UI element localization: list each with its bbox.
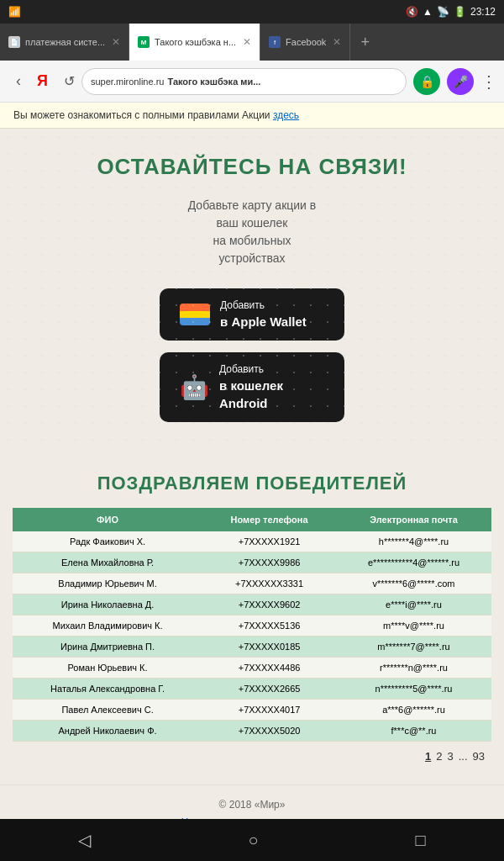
table-cell: +7XXXXX2665 bbox=[202, 678, 336, 699]
col-header-phone: Номер телефона bbox=[202, 508, 336, 531]
table-cell: Наталья Александровна Г. bbox=[13, 678, 202, 699]
table-cell: e***********4@******.ru bbox=[336, 552, 491, 573]
android-home-button[interactable]: ○ bbox=[248, 831, 258, 850]
url-path: Такого кэшбэка ми... bbox=[167, 77, 260, 87]
lock-icon[interactable]: 🔒 bbox=[413, 68, 440, 95]
page-ellipsis: ... bbox=[459, 750, 468, 763]
more-options-button[interactable]: ⋮ bbox=[480, 71, 497, 92]
table-cell: m*******7@****.ru bbox=[336, 636, 491, 657]
android-wallet-icon: 🤖 bbox=[180, 373, 209, 401]
winners-title: ПОЗДРАВЛЯЕМ ПОБЕДИТЕЛЕЙ bbox=[13, 473, 491, 494]
col-header-name: ФИО bbox=[13, 508, 202, 531]
url-domain: super.mironline.ru bbox=[91, 77, 164, 87]
signal-icon: 📶 bbox=[8, 6, 21, 18]
apple-wallet-text: Добавить в Apple Wallet bbox=[220, 298, 307, 330]
back-button[interactable]: ‹ bbox=[7, 72, 30, 90]
url-input[interactable]: super.mironline.ru Такого кэшбэка ми... bbox=[81, 68, 407, 95]
tab-label-mir: Такого кэшбэка н... bbox=[155, 37, 236, 47]
apple-wallet-line1: Добавить bbox=[220, 298, 307, 313]
wallet-buttons: Добавить в Apple Wallet 🤖 Добавить в кош… bbox=[17, 288, 487, 422]
page-1[interactable]: 1 bbox=[425, 750, 431, 763]
table-row: Елена Михайловна Р.+7XXXXX9986e*********… bbox=[13, 552, 491, 573]
table-cell: +7XXXXX4486 bbox=[202, 657, 336, 678]
table-row: Наталья Александровна Г.+7XXXXX2665n****… bbox=[13, 678, 491, 699]
mobile-signal-icon: 📡 bbox=[437, 6, 449, 18]
android-wallet-button[interactable]: 🤖 Добавить в кошелек Android bbox=[160, 352, 344, 422]
tab-close-payment[interactable]: ✕ bbox=[112, 36, 120, 48]
table-cell: Радк Фаикович Х. bbox=[13, 531, 202, 552]
table-cell: +7XXXXX0185 bbox=[202, 636, 336, 657]
table-cell: v*******6@*****.com bbox=[336, 573, 491, 594]
microphone-button[interactable]: 🎤 bbox=[447, 68, 474, 95]
android-recent-button[interactable]: □ bbox=[415, 831, 425, 850]
table-cell: a***6@******.ru bbox=[336, 699, 491, 720]
table-row: Ирина Дмитриевна П.+7XXXXX0185m*******7@… bbox=[13, 636, 491, 657]
page-3[interactable]: 3 bbox=[447, 750, 453, 763]
table-cell: +7XXXXX9986 bbox=[202, 552, 336, 573]
android-back-button[interactable]: ◁ bbox=[78, 830, 91, 850]
table-row: Радк Фаикович Х.+7XXXXX1921h*******4@***… bbox=[13, 531, 491, 552]
android-wallet-text: Добавить в кошелек Android bbox=[219, 362, 324, 412]
table-cell: +7XXXXX5020 bbox=[202, 720, 336, 741]
tab-close-mir[interactable]: ✕ bbox=[243, 36, 251, 48]
android-wallet-line1: Добавить bbox=[219, 362, 324, 377]
page-2[interactable]: 2 bbox=[436, 750, 442, 763]
page-last[interactable]: 93 bbox=[473, 750, 485, 763]
tab-icon-payment: 📄 bbox=[8, 36, 20, 48]
reload-button[interactable]: ↺ bbox=[64, 73, 75, 89]
footer: © 2018 «Мир» Часто задаваемые вопросы По… bbox=[0, 784, 504, 819]
table-cell: Андрей Николаевич Ф. bbox=[13, 720, 202, 741]
promo-link[interactable]: здесь bbox=[273, 109, 299, 121]
table-cell: +7XXXXX9602 bbox=[202, 594, 336, 615]
col-header-email: Электронная почта bbox=[336, 508, 491, 531]
promo-text: Вы можете ознакомиться с полными правила… bbox=[13, 109, 270, 121]
volume-icon: 🔇 bbox=[406, 6, 418, 18]
apple-wallet-line2: в Apple Wallet bbox=[220, 313, 307, 330]
tab-label-payment: платежная систе... bbox=[25, 37, 105, 47]
winners-section: ПОЗДРАВЛЯЕМ ПОБЕДИТЕЛЕЙ ФИО Номер телефо… bbox=[0, 456, 504, 784]
table-cell: Павел Алексеевич С. bbox=[13, 699, 202, 720]
stay-subtitle: Добавьте карту акции вваш кошелекна моби… bbox=[17, 197, 487, 267]
table-cell: +7XXXXXX3331 bbox=[202, 573, 336, 594]
stay-in-touch-section: ОСТАВАЙТЕСЬ НА СВЯЗИ! Добавьте карту акц… bbox=[0, 129, 504, 456]
tab-facebook[interactable]: f Facebook ✕ bbox=[260, 24, 350, 61]
promo-link-bar: Вы можете ознакомиться с полными правила… bbox=[0, 103, 504, 129]
pagination: 1 2 3 ... 93 bbox=[13, 742, 491, 768]
table-row: Ирина Николаевна Д.+7XXXXX9602e****i@***… bbox=[13, 594, 491, 615]
android-nav-bar: ◁ ○ □ bbox=[0, 819, 504, 861]
table-row: Павел Алексеевич С.+7XXXXX4017a***6@****… bbox=[13, 699, 491, 720]
table-cell: e****i@****.ru bbox=[336, 594, 491, 615]
status-bar: 📶 🔇 ▲ 📡 🔋 23:12 bbox=[0, 0, 504, 24]
apple-wallet-icon bbox=[180, 304, 210, 325]
table-row: Владимир Юрьевич М.+7XXXXXX3331v*******6… bbox=[13, 573, 491, 594]
table-cell: r*******n@****.ru bbox=[336, 657, 491, 678]
clock: 23:12 bbox=[470, 6, 496, 18]
table-row: Андрей Николаевич Ф.+7XXXXX5020f***c@**.… bbox=[13, 720, 491, 741]
table-cell: m****v@****.ru bbox=[336, 615, 491, 636]
address-bar: ‹ Я ↺ super.mironline.ru Такого кэшбэка … bbox=[0, 61, 504, 103]
table-cell: Ирина Николаевна Д. bbox=[13, 594, 202, 615]
table-cell: h*******4@****.ru bbox=[336, 531, 491, 552]
tab-icon-mir: М bbox=[138, 36, 150, 48]
table-cell: Елена Михайловна Р. bbox=[13, 552, 202, 573]
tab-payment[interactable]: 📄 платежная систе... ✕ bbox=[0, 24, 129, 61]
apple-wallet-button[interactable]: Добавить в Apple Wallet bbox=[160, 288, 344, 341]
table-cell: Владимир Юрьевич М. bbox=[13, 573, 202, 594]
tab-icon-fb: f bbox=[269, 36, 281, 48]
table-row: Михаил Владимирович К.+7XXXXX5136m****v@… bbox=[13, 615, 491, 636]
table-cell: +7XXXXX5136 bbox=[202, 615, 336, 636]
tab-label-fb: Facebook bbox=[286, 37, 326, 47]
new-tab-button[interactable]: + bbox=[350, 24, 380, 61]
battery-icon: 🔋 bbox=[454, 6, 466, 18]
tab-close-fb[interactable]: ✕ bbox=[333, 36, 341, 48]
footer-copyright: © 2018 «Мир» bbox=[17, 799, 487, 811]
table-cell: Ирина Дмитриевна П. bbox=[13, 636, 202, 657]
status-right: 🔇 ▲ 📡 🔋 23:12 bbox=[406, 6, 496, 18]
table-cell: Михаил Владимирович К. bbox=[13, 615, 202, 636]
table-cell: +7XXXXX1921 bbox=[202, 531, 336, 552]
winners-table: ФИО Номер телефона Электронная почта Рад… bbox=[13, 508, 491, 742]
wifi-icon: ▲ bbox=[423, 6, 433, 18]
android-wallet-line2: в кошелек Android bbox=[219, 377, 324, 412]
tab-mir[interactable]: М Такого кэшбэка н... ✕ bbox=[129, 24, 260, 61]
table-cell: n*********5@****.ru bbox=[336, 678, 491, 699]
